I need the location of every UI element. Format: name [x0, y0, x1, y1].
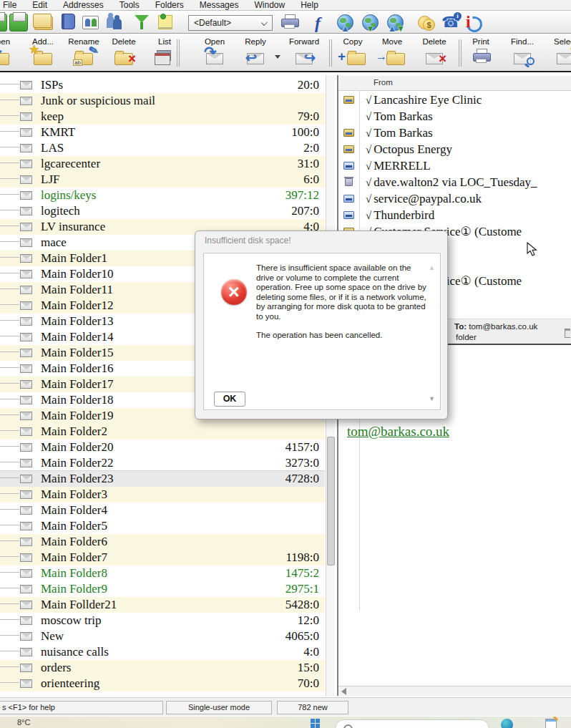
folder-row[interactable]: Main Folder9 2975:1: [0, 581, 325, 597]
message-delete-button[interactable]: Delete ×: [414, 37, 455, 69]
scroll-left-arrow-icon[interactable]: [341, 688, 346, 695]
message-row[interactable]: √MERRELL: [338, 157, 571, 174]
folder-row[interactable]: Main Folder2: [0, 424, 325, 440]
print-icon[interactable]: [281, 15, 298, 31]
folder-message-count: 4157:0: [286, 440, 319, 455]
notepad-app-icon[interactable]: [545, 719, 557, 728]
message-row[interactable]: √Tom Barkas: [338, 108, 571, 125]
folder-row[interactable]: moscow trip 12:0: [0, 613, 325, 628]
message-status-icon: [343, 129, 354, 137]
menu-help[interactable]: Help: [301, 0, 318, 10]
folder-name: Main Folder2: [41, 424, 107, 440]
folder-row[interactable]: LJF 6:0: [0, 172, 325, 188]
folder-delete-icon: ×: [112, 48, 136, 67]
print-button[interactable]: Print: [460, 37, 502, 69]
folder-row[interactable]: ISPs 20:0: [0, 77, 325, 93]
menu-window[interactable]: Window: [254, 0, 285, 10]
folder-row[interactable]: lgcarecenter 31:0: [0, 156, 325, 172]
tree-branch-line: [0, 320, 19, 321]
tree-branch-line: [0, 540, 19, 541]
globe-upload-icon[interactable]: ▲: [337, 14, 353, 31]
folder-row[interactable]: LAS 2:0: [0, 140, 325, 156]
folder-row[interactable]: keep 79:0: [0, 109, 325, 125]
from-column-header[interactable]: From: [374, 78, 393, 87]
message-row[interactable]: √dave.walton2 via LOC_Tuesday_: [338, 174, 571, 190]
scroll-down-arrow-icon[interactable]: ▼: [429, 395, 435, 402]
clipboard-icon[interactable]: [565, 329, 570, 338]
folder-open-button[interactable]: Open ↷: [0, 37, 21, 69]
folders-icon[interactable]: [34, 16, 53, 30]
folder-row[interactable]: Main Folder22 3273:0: [0, 455, 325, 471]
identity-selector[interactable]: <Default>: [188, 15, 273, 31]
folder-envelope-icon: [20, 286, 32, 294]
internet-setup-icon[interactable]: i: [465, 14, 482, 31]
globe-download-icon[interactable]: ▼: [362, 14, 379, 31]
folder-row[interactable]: New 4065:0: [0, 628, 325, 644]
tree-branch-line: [0, 100, 19, 100]
windows-start-icon[interactable]: [311, 719, 320, 728]
folder-row[interactable]: Main Folder23 4728:0: [0, 471, 325, 487]
phone-info-icon[interactable]: ☎: [441, 14, 460, 31]
folder-row[interactable]: Main Folder3: [0, 487, 325, 503]
find-button[interactable]: Find...: [502, 37, 543, 69]
clipped-toolbar-icon[interactable]: [0, 14, 7, 31]
folder-row[interactable]: orders 15:0: [0, 660, 325, 676]
folder-rename-button[interactable]: Rename ab✎: [63, 37, 104, 69]
folder-row[interactable]: Main Folder6: [0, 534, 325, 550]
sender-email-link[interactable]: tom@barkas.co.uk: [347, 424, 449, 440]
select-button[interactable]: Select ✎: [545, 37, 571, 69]
coins-icon[interactable]: $: [418, 14, 435, 31]
menu-addresses[interactable]: Addresses: [63, 0, 104, 10]
folder-row[interactable]: orienteering 70:0: [0, 676, 325, 691]
font-icon[interactable]: f: [312, 14, 323, 31]
folder-row[interactable]: Main Folder8 1475:2: [0, 566, 325, 581]
folder-row[interactable]: Main Folder4: [0, 503, 325, 518]
notebook-icon[interactable]: [62, 14, 75, 29]
message-row[interactable]: √Lancashire Eye Clinic: [338, 92, 571, 108]
move-button[interactable]: Move →: [371, 37, 413, 69]
message-list-hscrollbar[interactable]: [338, 686, 571, 696]
folder-delete-button[interactable]: Delete ×: [103, 37, 145, 69]
folder-row[interactable]: KMRT 100:0: [0, 125, 325, 140]
taskbar-search-input[interactable]: [335, 719, 489, 728]
folder-row[interactable]: Main Folder5: [0, 518, 325, 534]
message-row[interactable]: √Octopus Energy: [338, 141, 571, 157]
folder-row[interactable]: logins/keys 397:12: [0, 188, 325, 203]
reply-button[interactable]: Reply ↩: [235, 37, 276, 69]
message-list-header[interactable]: From: [338, 75, 571, 91]
address-book-icon[interactable]: [82, 16, 99, 29]
folder-add-button[interactable]: Add... ★: [22, 37, 64, 69]
reply-dropdown-caret[interactable]: [275, 55, 280, 59]
menu-messages[interactable]: Messages: [200, 0, 239, 10]
tree-branch-line: [0, 162, 19, 163]
folder-row[interactable]: Main Folder7 1198:0: [0, 550, 325, 566]
users-icon[interactable]: [105, 14, 124, 31]
button-label: Reply: [235, 37, 276, 46]
scroll-up-arrow-icon[interactable]: ▲: [429, 264, 435, 271]
weather-widget[interactable]: 8°C: [17, 718, 30, 727]
check-glyph: √: [366, 177, 371, 188]
new-mail-tray-icon[interactable]: [9, 14, 28, 31]
tree-branch-line: [0, 351, 19, 352]
folder-row[interactable]: Main Folder20 4157:0: [0, 440, 325, 455]
globe-sync-icon[interactable]: ▲▼: [387, 14, 404, 31]
forward-button[interactable]: Forward ↪: [283, 37, 325, 69]
message-open-button[interactable]: Open ↷: [194, 37, 235, 69]
folder-row[interactable]: Junk or suspicious mail: [0, 93, 325, 109]
folder-row[interactable]: Main Follder21 5428:0: [0, 597, 325, 613]
copy-button[interactable]: Copy +: [332, 37, 374, 69]
menu-tools[interactable]: Tools: [119, 0, 140, 10]
message-row[interactable]: √Thunderbird: [338, 207, 571, 223]
folder-row[interactable]: logitech 207:0: [0, 203, 325, 219]
message-row[interactable]: √Tom Barkas: [338, 125, 571, 141]
folder-row[interactable]: nuisance calls 4:0: [0, 644, 325, 660]
taskbar-app-icon[interactable]: [501, 719, 513, 728]
filter-funnel-icon[interactable]: [134, 14, 150, 31]
message-row[interactable]: √service@paypal.co.uk: [338, 190, 571, 207]
menu-edit[interactable]: Edit: [32, 0, 47, 10]
menu-folders[interactable]: Folders: [155, 0, 184, 10]
menu-file[interactable]: File: [3, 0, 16, 10]
scrollbar-thumb[interactable]: [327, 437, 335, 566]
sticky-note-icon[interactable]: [158, 15, 172, 29]
ok-button[interactable]: OK: [214, 392, 245, 407]
